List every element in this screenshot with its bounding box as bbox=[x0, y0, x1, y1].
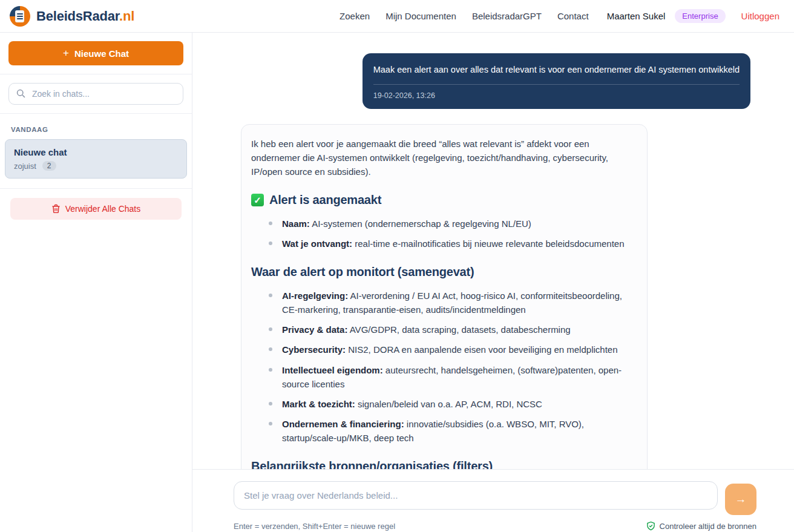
nav-user-name[interactable]: Maarten Sukel bbox=[607, 11, 666, 21]
new-chat-label: Nieuwe Chat bbox=[74, 48, 129, 59]
sidebar-section-label: VANDAAG bbox=[5, 121, 187, 139]
plus-icon: + bbox=[63, 47, 69, 59]
bullet-item: Naam: AI-systemen (ondernemerschap & reg… bbox=[251, 217, 637, 231]
chat-item-meta: zojuist2 bbox=[14, 161, 178, 171]
composer-hint: Enter = verzenden, Shift+Enter = nieuwe … bbox=[234, 522, 395, 531]
send-arrow-icon: → bbox=[735, 493, 747, 506]
section-heading: Waar de alert op monitort (samengevat) bbox=[251, 263, 637, 281]
section-bullet-list: AI-regelgeving: AI-verordening / EU AI A… bbox=[251, 289, 637, 445]
bullet-item: AI-regelgeving: AI-verordening / EU AI A… bbox=[251, 289, 637, 317]
chat-messages-area[interactable]: Maak een alert aan over alles dat releva… bbox=[192, 33, 794, 469]
user-message-timestamp: 19-02-2026, 13:26 bbox=[373, 90, 740, 101]
bullet-item: Markt & toezicht: signalen/beleid van o.… bbox=[251, 397, 637, 411]
plan-badge: Enterprise bbox=[675, 9, 725, 23]
sources-note-text: Controleer altijd de bronnen bbox=[660, 522, 756, 531]
assistant-sections: ✓Alert is aangemaaktNaam: AI-systemen (o… bbox=[251, 191, 637, 469]
green-check-icon: ✓ bbox=[251, 194, 264, 206]
chat-main: Maak een alert aan over alles dat releva… bbox=[192, 33, 794, 532]
nav-links-container: ZoekenMijn DocumentenBeleidsradarGPTCont… bbox=[340, 11, 589, 21]
brand-logo[interactable]: BeleidsRadar.nl bbox=[10, 6, 134, 27]
chat-list: Nieuwe chatzojuist2 bbox=[5, 139, 187, 179]
bullet-item: Intellectueel eigendom: auteursrecht, ha… bbox=[251, 363, 637, 391]
bullet-item: Ondernemen & financiering: innovatie/sub… bbox=[251, 417, 637, 445]
search-chats-input[interactable] bbox=[8, 83, 183, 105]
nav-link-zoeken[interactable]: Zoeken bbox=[340, 11, 370, 21]
message-composer: → Enter = verzenden, Shift+Enter = nieuw… bbox=[192, 469, 794, 532]
brand-tld: .nl bbox=[119, 8, 134, 24]
logout-link[interactable]: Uitloggen bbox=[741, 11, 779, 21]
brand-logo-icon bbox=[10, 6, 30, 27]
search-icon bbox=[16, 88, 26, 99]
delete-all-chats-label: Verwijder Alle Chats bbox=[65, 204, 141, 214]
section-bullet-list: Naam: AI-systemen (ondernemerschap & reg… bbox=[251, 217, 637, 251]
brand-name: BeleidsRadar.nl bbox=[36, 8, 134, 24]
user-message-text: Maak een alert aan over alles dat releva… bbox=[373, 64, 740, 76]
send-button[interactable]: → bbox=[725, 484, 756, 515]
sources-note: Controleer altijd de bronnen bbox=[646, 521, 756, 531]
chat-list-item[interactable]: Nieuwe chatzojuist2 bbox=[5, 139, 187, 179]
assistant-message-card: Ik heb een alert voor je aangemaakt die … bbox=[241, 124, 648, 469]
assistant-intro: Ik heb een alert voor je aangemaakt die … bbox=[251, 137, 637, 179]
delete-all-chats-button[interactable]: Verwijder Alle Chats bbox=[10, 198, 182, 220]
bubble-divider bbox=[373, 84, 740, 85]
bullet-item: Wat je ontvangt: real-time e-mailnotific… bbox=[251, 237, 637, 251]
section-heading: Belangrijkste bronnen/organisaties (filt… bbox=[251, 457, 637, 469]
header-nav: ZoekenMijn DocumentenBeleidsradarGPTCont… bbox=[340, 9, 779, 23]
new-chat-button[interactable]: + Nieuwe Chat bbox=[8, 41, 183, 65]
bullet-item: Privacy & data: AVG/GDPR, data scraping,… bbox=[251, 323, 637, 337]
nav-link-beleidsradargpt[interactable]: BeleidsradarGPT bbox=[472, 11, 542, 21]
user-message-bubble: Maak een alert aan over alles dat releva… bbox=[363, 53, 750, 109]
section-heading: ✓Alert is aangemaakt bbox=[251, 191, 637, 209]
bullet-item: Cybersecurity: NIS2, DORA en aanpalende … bbox=[251, 343, 637, 356]
chat-item-time: zojuist bbox=[14, 162, 36, 171]
chat-item-title: Nieuwe chat bbox=[14, 147, 178, 157]
chat-item-count-badge: 2 bbox=[42, 161, 56, 171]
chat-sidebar: + Nieuwe Chat VANDAAG Nieuwe chatzojuist… bbox=[0, 33, 192, 532]
nav-link-mijn-documenten[interactable]: Mijn Documenten bbox=[386, 11, 456, 21]
trash-icon bbox=[51, 204, 61, 214]
message-input[interactable] bbox=[234, 481, 718, 510]
top-header: BeleidsRadar.nl ZoekenMijn DocumentenBel… bbox=[0, 0, 794, 33]
shield-check-icon bbox=[646, 521, 655, 531]
nav-link-contact[interactable]: Contact bbox=[557, 11, 589, 21]
